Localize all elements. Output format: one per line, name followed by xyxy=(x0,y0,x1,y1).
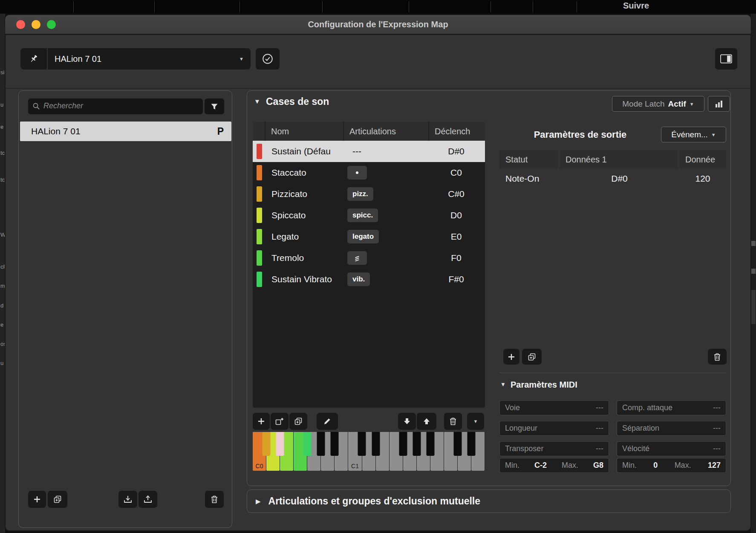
staccato-dot-icon xyxy=(347,166,367,180)
apply-check-button[interactable] xyxy=(256,48,280,70)
duplicate-output-event-button[interactable] xyxy=(522,349,542,365)
name-column-header: Nom xyxy=(265,122,343,141)
piano-key-G#0[interactable] xyxy=(317,432,325,456)
toolbar-divider xyxy=(322,1,323,12)
piano-key-C#0[interactable] xyxy=(263,432,271,456)
articulation-badge: pizz. xyxy=(347,187,373,201)
map-item-label: HALion 7 01 xyxy=(31,126,81,136)
output-event-row[interactable]: Note-On D#0 120 xyxy=(499,169,726,188)
right-zone-toggle-button[interactable] xyxy=(715,48,737,70)
minimize-button[interactable] xyxy=(32,20,40,29)
trash-icon xyxy=(713,353,721,361)
slot-articulation-cell xyxy=(343,166,427,180)
midi-field-velocity-range[interactable]: Min. 0 Max. 127 xyxy=(617,458,726,473)
slot-name: Legato xyxy=(265,232,343,242)
check-circle-icon xyxy=(262,53,274,65)
close-button[interactable] xyxy=(16,20,25,29)
event-type-dropdown[interactable]: Événem... ▼ xyxy=(661,127,726,142)
map-list-item[interactable]: HALion 7 01 P xyxy=(20,122,231,141)
pin-button[interactable] xyxy=(20,48,47,70)
max-label: Max. xyxy=(562,461,578,470)
articulations-section-bar[interactable]: ▶ Articulations et groupes d'exclusion m… xyxy=(247,490,731,513)
search-input[interactable] xyxy=(43,98,199,113)
output-table: Statut Données 1 Donnée Note-On D#0 120 xyxy=(499,150,726,188)
output-params-title: Paramètres de sortie xyxy=(499,129,661,140)
background-text-fragment: d xyxy=(0,302,3,309)
piano-key-C#1[interactable] xyxy=(358,432,366,456)
add-map-button[interactable] xyxy=(28,491,46,508)
collapse-triangle-icon[interactable]: ▼ xyxy=(254,98,260,104)
delete-slot-button[interactable] xyxy=(444,413,462,430)
collapse-triangle-icon[interactable]: ▼ xyxy=(500,382,506,387)
sound-slot-row[interactable]: Pizzicato pizz. C#0 xyxy=(253,183,485,205)
slot-name: Pizzicato xyxy=(265,189,343,199)
midi-field-separation[interactable]: Séparation --- xyxy=(617,421,726,436)
min-value: C-2 xyxy=(534,461,547,470)
move-slot-down-button[interactable] xyxy=(398,413,416,430)
midi-field-comp-attaque[interactable]: Comp. attaque --- xyxy=(617,400,726,415)
sound-slot-row[interactable]: Sustain (Défau --- D#0 xyxy=(253,141,485,162)
sound-slot-row[interactable]: Tremolo F0 xyxy=(253,247,485,269)
slot-color-cell xyxy=(253,186,265,202)
expression-map-selector[interactable]: HALion 7 01 ▼ xyxy=(48,48,251,70)
articulation-badge: legato xyxy=(347,230,379,243)
add-icon xyxy=(508,353,515,361)
duplicate-slot-button[interactable] xyxy=(289,413,307,430)
expand-triangle-icon: ▶ xyxy=(256,498,261,505)
insert-slot-icon xyxy=(275,417,284,426)
slot-options-dropdown[interactable]: ▼ xyxy=(467,413,484,430)
import-map-button[interactable] xyxy=(118,491,137,508)
slot-name: Sustain Vibrato xyxy=(265,274,343,284)
slot-articulation-cell: legato xyxy=(343,230,427,243)
sound-slot-row[interactable]: Spiccato spicc. D0 xyxy=(253,205,485,226)
slot-articulation-cell: spicc. xyxy=(343,209,427,222)
midi-field-transposer[interactable]: Transposer --- xyxy=(499,441,609,456)
export-map-button[interactable] xyxy=(139,491,157,508)
duplicate-map-button[interactable] xyxy=(48,491,67,508)
slot-articulation-cell: pizz. xyxy=(343,187,427,201)
remote-keys-button[interactable] xyxy=(708,96,730,112)
event-type-value: Événem... xyxy=(671,130,708,139)
zoom-button[interactable] xyxy=(47,20,56,29)
sound-slot-table: Nom Articulations Déclench Sustain (Défa… xyxy=(253,122,485,408)
filter-button[interactable] xyxy=(205,98,224,114)
slot-trigger-note: D0 xyxy=(427,210,485,220)
articulations-column-header: Articulations xyxy=(344,122,428,141)
piano-key-A#0[interactable] xyxy=(331,432,339,456)
piano-key-A#1[interactable] xyxy=(426,432,434,456)
insert-slot-button[interactable] xyxy=(271,413,289,430)
move-slot-up-button[interactable] xyxy=(417,413,436,430)
piano-key-D#1[interactable] xyxy=(372,432,380,456)
field-value: --- xyxy=(596,424,603,433)
midi-field-note-range[interactable]: Min. C-2 Max. G8 xyxy=(499,458,609,473)
edit-slot-button[interactable] xyxy=(317,413,338,430)
delete-output-event-button[interactable] xyxy=(708,349,727,365)
piano-key-C#2[interactable] xyxy=(453,432,462,456)
sound-slot-row[interactable]: Sustain Vibrato vib. F#0 xyxy=(253,269,485,290)
duplicate-icon xyxy=(53,495,62,504)
background-text-fragment: tc xyxy=(0,150,5,156)
move-down-icon xyxy=(403,418,411,425)
midi-field-voie[interactable]: Voie --- xyxy=(499,400,609,415)
midi-field-longueur[interactable]: Longueur --- xyxy=(499,421,609,436)
piano-key-D#2[interactable] xyxy=(467,432,475,456)
min-label: Min. xyxy=(505,461,519,470)
sound-slot-row[interactable]: Staccato C0 xyxy=(253,162,485,183)
delete-map-button[interactable] xyxy=(205,491,224,508)
piano-key-F#0[interactable] xyxy=(303,432,312,456)
midi-field-velocite[interactable]: Vélocité --- xyxy=(617,441,726,456)
tremolo-icon xyxy=(347,251,367,265)
piano-key-F#1[interactable] xyxy=(399,432,407,456)
background-text-fragment: u xyxy=(0,101,3,108)
slot-articulation: --- xyxy=(347,146,361,156)
field-label: Voie xyxy=(505,403,520,412)
latch-mode-dropdown[interactable]: Mode Latch Actif ▼ xyxy=(612,96,704,112)
add-output-event-button[interactable] xyxy=(503,349,519,365)
add-slot-button[interactable] xyxy=(253,413,270,430)
dialog-titlebar: Configuration de l'Expression Map xyxy=(5,14,751,34)
min-value: 0 xyxy=(653,461,658,470)
sound-slot-row[interactable]: Legato legato E0 xyxy=(253,226,485,247)
piano-key-D#0[interactable] xyxy=(276,432,284,456)
piano-key-G#1[interactable] xyxy=(413,432,421,456)
min-label: Min. xyxy=(622,461,637,470)
